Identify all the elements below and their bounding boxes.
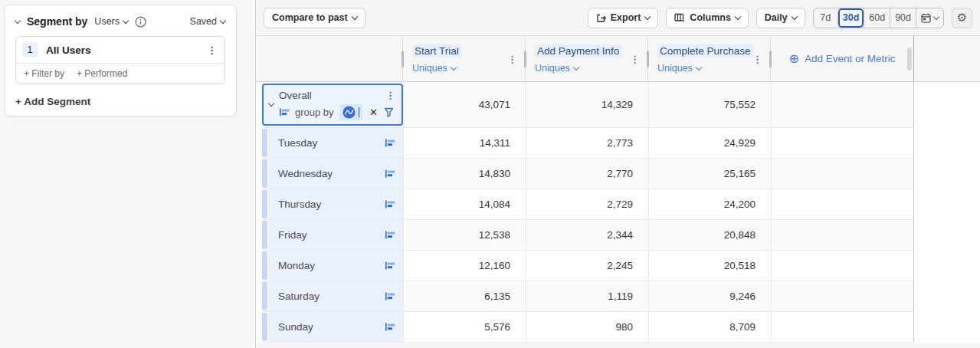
table-row-saturday: Saturday 6,135 1,119 9,246 — [262, 281, 914, 312]
event-title[interactable]: Add Payment Info — [535, 44, 621, 57]
row-label: Thursday — [278, 199, 385, 210]
group-by-icon[interactable] — [280, 108, 290, 117]
value-cell: 14,830 — [403, 159, 526, 189]
row-drag-handle[interactable] — [262, 251, 267, 280]
table-row-wednesday: Wednesday 14,830 2,770 25,165 — [262, 159, 914, 189]
row-label-wrap: Friday — [262, 220, 403, 250]
add-event-or-metric-button[interactable]: ⊕ Add Event or Metric — [771, 36, 914, 81]
value-cell: 9,246 — [648, 281, 771, 311]
empty-metric-cell — [771, 128, 914, 158]
row-drag-handle[interactable] — [262, 282, 267, 310]
filter-funnel-icon[interactable] — [384, 107, 394, 117]
empty-metric-cell — [771, 312, 914, 342]
row-label-cell[interactable]: Monday — [269, 251, 403, 281]
compare-to-past-dropdown[interactable]: Compare to past — [264, 8, 365, 28]
segment-index-badge: 1 — [22, 42, 38, 57]
column-header-start-trial: Start Trial Uniques ⋮ — [403, 36, 526, 81]
metric-dropdown[interactable]: Uniques — [412, 63, 516, 74]
table-row-friday: Friday 12,538 2,344 20,848 — [262, 220, 914, 251]
results-panel: Compare to past Export Columns Daily — [255, 0, 980, 348]
value-cell: 2,770 — [526, 159, 648, 189]
custom-date-range-button[interactable] — [916, 8, 943, 28]
segment-kebab-icon[interactable]: ⋮ — [207, 45, 217, 55]
results-toolbar: Compare to past Export Columns Daily — [256, 0, 980, 36]
range-7d-button[interactable]: 7d — [814, 8, 837, 28]
chevron-down-icon — [123, 17, 129, 23]
row-label-cell[interactable]: Saturday — [269, 281, 403, 311]
group-by-icon[interactable] — [385, 323, 395, 331]
column-kebab-icon[interactable]: ⋮ — [752, 54, 762, 64]
column-kebab-icon[interactable]: ⋮ — [630, 54, 640, 64]
row-label-cell[interactable]: Sunday — [269, 312, 403, 342]
chevron-down-icon — [735, 13, 741, 19]
column-header-complete-purchase: Complete Purchase Uniques ⋮ — [648, 36, 771, 81]
segment-row[interactable]: 1 All Users ⋮ — [16, 37, 225, 63]
row-label-cell[interactable]: Wednesday — [269, 159, 403, 189]
row-drag-handle[interactable] — [262, 221, 267, 249]
value-cell: 20,848 — [648, 220, 771, 250]
row-label: Sunday — [278, 321, 385, 333]
value-cell: 8,709 — [648, 312, 771, 342]
export-dropdown[interactable]: Export — [588, 8, 659, 28]
saved-dropdown[interactable]: Saved — [190, 16, 225, 27]
row-label: Wednesday — [278, 168, 385, 179]
chevron-down-icon — [644, 13, 651, 19]
row-drag-handle[interactable] — [262, 129, 267, 157]
plus-circle-icon: ⊕ — [789, 53, 799, 65]
filter-by-button[interactable]: + Filter by — [24, 68, 64, 79]
row-drag-handle[interactable] — [262, 159, 267, 188]
segment-type-dropdown[interactable]: Users — [94, 16, 128, 27]
metric-dropdown[interactable]: Uniques — [535, 63, 638, 74]
row-label: Monday — [278, 260, 385, 271]
row-label-cell[interactable]: Tuesday — [269, 128, 403, 158]
value-cell: 2,773 — [526, 128, 648, 158]
row-drag-handle[interactable] — [262, 313, 267, 341]
range-30d-button[interactable]: 30d — [837, 8, 864, 28]
value-cell: 2,344 — [526, 220, 648, 250]
table-row-tuesday: Tuesday 14,311 2,773 24,929 — [262, 128, 914, 159]
info-icon[interactable] — [135, 16, 146, 28]
row-drag-handle[interactable] — [262, 190, 267, 218]
settings-gear-button[interactable]: ⚙ — [952, 8, 972, 28]
row-label-cell[interactable]: Friday — [269, 220, 403, 250]
row-label-wrap: Tuesday — [262, 128, 403, 158]
group-by-property-chip[interactable] — [339, 104, 363, 120]
column-kebab-icon[interactable]: ⋮ — [507, 54, 517, 64]
value-cell: 14,329 — [526, 82, 648, 127]
row-label-cell[interactable]: Thursday — [269, 189, 403, 219]
overall-groupby-cell[interactable]: Overall ⋮ group by — [262, 84, 403, 126]
collapse-chevron-icon[interactable] — [268, 100, 274, 107]
range-60d-button[interactable]: 60d — [864, 8, 890, 28]
table-row-thursday: Thursday 14,084 2,729 24,200 — [262, 189, 914, 220]
add-event-or-metric-label: Add Event or Metric — [805, 53, 896, 64]
performed-button[interactable]: + Performed — [77, 68, 127, 79]
empty-metric-cell — [771, 189, 914, 219]
collapse-chevron-icon[interactable] — [15, 17, 21, 23]
group-by-icon[interactable] — [385, 292, 395, 300]
add-segment-button[interactable]: + Add Segment — [15, 96, 225, 107]
event-title[interactable]: Complete Purchase — [657, 44, 753, 57]
table-row-overall: Overall ⋮ group by — [262, 82, 914, 128]
group-by-icon[interactable] — [385, 200, 395, 208]
interval-dropdown[interactable]: Daily — [756, 8, 805, 28]
event-title[interactable]: Start Trial — [412, 44, 461, 57]
table-body: Overall ⋮ group by — [256, 82, 980, 343]
group-by-icon[interactable] — [385, 139, 395, 147]
group-by-icon[interactable] — [385, 261, 395, 270]
group-by-icon[interactable] — [385, 231, 395, 239]
row-label-wrap: Monday — [262, 251, 403, 281]
columns-dropdown[interactable]: Columns — [666, 8, 748, 28]
range-90d-button[interactable]: 90d — [890, 8, 916, 28]
close-icon[interactable]: ✕ — [369, 107, 378, 118]
amplitude-property-icon — [343, 106, 356, 119]
empty-metric-cell — [771, 281, 914, 311]
metric-dropdown[interactable]: Uniques — [657, 63, 761, 74]
empty-metric-cell — [771, 159, 914, 189]
row-label-wrap: Sunday — [262, 312, 403, 342]
date-range-segmented-control: 7d 30d 60d 90d — [813, 8, 944, 28]
group-by-icon[interactable] — [385, 169, 395, 178]
segment-by-header: Segment by Users Saved — [15, 15, 225, 28]
row-kebab-icon[interactable]: ⋮ — [385, 90, 395, 100]
columns-label: Columns — [690, 12, 730, 23]
row-label: Tuesday — [278, 137, 385, 149]
